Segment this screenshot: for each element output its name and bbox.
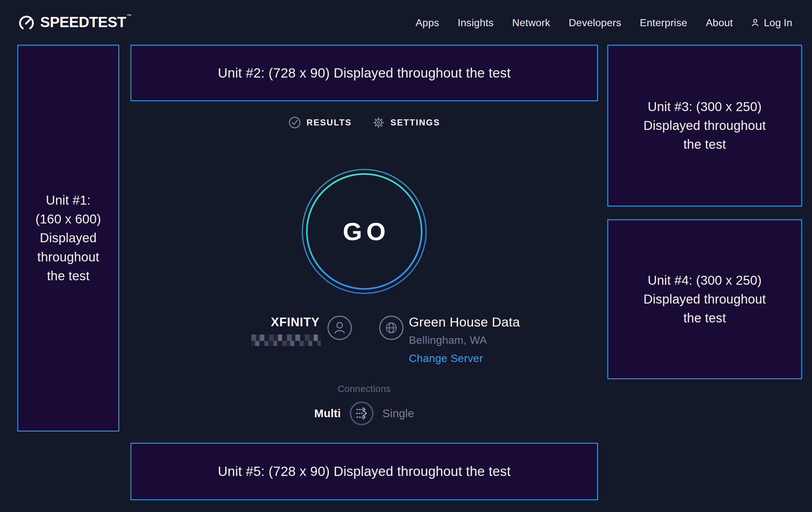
trademark-mark: ™ (126, 13, 132, 19)
ad-unit-4-text: Unit #4: (300 x 250) Displayed throughou… (643, 271, 766, 328)
connections-section: Connections Multi Single (130, 384, 598, 426)
connections-label: Connections (130, 384, 598, 394)
server-globe-icon (379, 315, 404, 340)
login-label: Log In (764, 17, 792, 29)
login-button[interactable]: Log In (751, 17, 792, 29)
person-icon (751, 19, 760, 27)
connections-toggle-row: Multi Single (130, 401, 598, 426)
check-circle-icon (288, 116, 301, 129)
ad-unit-1-skyscraper: Unit #1: (160 x 600) Displayed throughou… (17, 45, 119, 432)
tab-settings[interactable]: SETTINGS (372, 116, 440, 129)
tab-settings-label: SETTINGS (390, 118, 440, 128)
ad-unit-5-text: Unit #5: (728 x 90) Displayed throughout… (218, 464, 511, 479)
isp-user-icon (327, 315, 352, 340)
tab-results-label: RESULTS (307, 118, 352, 128)
connections-multi-option[interactable]: Multi (314, 407, 341, 420)
speedtest-gauge-icon (18, 14, 35, 31)
nav-item-apps[interactable]: Apps (415, 17, 439, 29)
ad-unit-4-rectangle: Unit #4: (300 x 250) Displayed throughou… (607, 219, 802, 379)
isp-name[interactable]: XFINITY (220, 315, 320, 329)
change-server-link[interactable]: Change Server (409, 352, 483, 364)
ad-unit-3-rectangle: Unit #3: (300 x 250) Displayed throughou… (607, 45, 802, 207)
ad-unit-5-leaderboard: Unit #5: (728 x 90) Displayed throughout… (130, 443, 598, 500)
main-nav: Apps Insights Network Developers Enterpr… (415, 17, 792, 29)
toolbar-tabs: RESULTS SETTINGS (130, 116, 598, 129)
nav-item-developers[interactable]: Developers (569, 17, 621, 29)
ad-unit-2-text: Unit #2: (728 x 90) Displayed throughout… (218, 65, 511, 81)
gear-icon (372, 116, 385, 129)
ad-unit-3-text: Unit #3: (300 x 250) Displayed throughou… (643, 97, 766, 154)
speedtest-logo[interactable]: SPEEDTEST™ (18, 14, 131, 31)
server-location: Bellingham, WA (409, 334, 520, 346)
server-info: Green House Data Bellingham, WA Change S… (409, 315, 520, 364)
brand-name: SPEEDTEST™ (40, 15, 131, 29)
ad-unit-2-leaderboard: Unit #2: (728 x 90) Displayed throughout… (130, 45, 598, 101)
nav-item-enterprise[interactable]: Enterprise (640, 17, 687, 29)
isp-ip-redacted (251, 334, 321, 346)
nav-item-about[interactable]: About (706, 17, 733, 29)
go-button[interactable]: GO (300, 168, 428, 295)
speedtest-page: SPEEDTEST™ Apps Insights Network Develop… (0, 0, 812, 512)
nav-item-insights[interactable]: Insights (458, 17, 494, 29)
server-name: Green House Data (409, 315, 520, 329)
ad-unit-1-text: Unit #1: (160 x 600) Displayed throughou… (35, 191, 101, 286)
tab-results[interactable]: RESULTS (288, 116, 352, 129)
connections-toggle-icon[interactable] (349, 401, 374, 426)
connections-single-option[interactable]: Single (382, 407, 414, 420)
nav-item-network[interactable]: Network (512, 17, 550, 29)
go-button-label: GO (300, 168, 428, 295)
